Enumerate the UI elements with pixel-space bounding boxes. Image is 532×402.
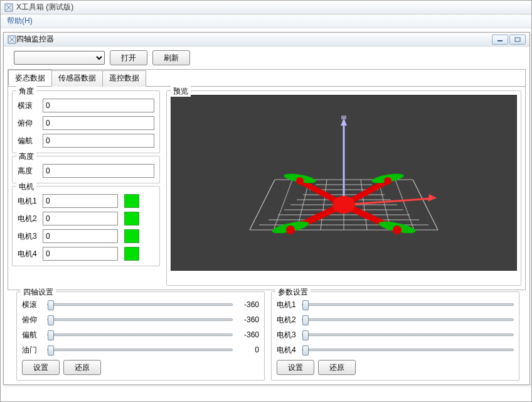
- quadcopter-3d-icon: [181, 98, 507, 268]
- svg-point-42: [296, 177, 304, 185]
- param-m3-label: 电机3: [277, 330, 298, 340]
- minimize-button[interactable]: [492, 35, 508, 45]
- altitude-input[interactable]: [43, 164, 154, 178]
- tab-attitude[interactable]: 姿态数据: [8, 70, 52, 86]
- altitude-label: 高度: [18, 166, 39, 177]
- param-m4-label: 电机4: [277, 345, 298, 356]
- maximize-button[interactable]: [509, 35, 526, 45]
- altitude-group: 高度 高度: [12, 156, 160, 183]
- inner-app-icon: [8, 35, 16, 44]
- svg-point-43: [384, 177, 391, 185]
- svg-point-41: [393, 225, 402, 234]
- motor1-input[interactable]: [43, 194, 118, 208]
- preview-canvas[interactable]: [171, 95, 517, 271]
- yaw-input[interactable]: [43, 134, 154, 148]
- quad-roll-value: -360: [237, 300, 259, 309]
- tab-sensor[interactable]: 传感器数据: [51, 70, 103, 87]
- altitude-legend: 高度: [16, 151, 36, 162]
- menu-help[interactable]: 帮助(H): [4, 14, 35, 28]
- param-m2-label: 电机2: [277, 315, 298, 325]
- param-m3-slider[interactable]: [302, 334, 514, 336]
- svg-line-25: [413, 180, 438, 230]
- quad-pitch-label: 俯仰: [22, 315, 43, 325]
- pitch-input[interactable]: [43, 116, 154, 130]
- motor2-status: [124, 212, 139, 225]
- roll-label: 横滚: [18, 100, 39, 111]
- param-m1-label: 电机1: [277, 300, 298, 310]
- bottom-panels: 四轴设置 横滚-360 俯仰-360 偏航-360 油门0 设置 还原 参数设置…: [8, 290, 526, 384]
- motor3-status: [124, 229, 139, 243]
- svg-rect-30: [341, 116, 346, 119]
- svg-marker-29: [428, 194, 437, 202]
- refresh-button[interactable]: 刷新: [152, 50, 190, 65]
- param-m4-slider[interactable]: [302, 349, 514, 351]
- quad-reset-button[interactable]: 还原: [63, 360, 101, 375]
- motor4-label: 电机4: [18, 249, 39, 259]
- toolbar: 打开 刷新: [8, 50, 526, 69]
- roll-input[interactable]: [43, 99, 154, 112]
- motor1-label: 电机1: [18, 196, 39, 207]
- quad-yaw-label: 偏航: [22, 330, 43, 340]
- angle-legend: 角度: [16, 86, 36, 97]
- inner-window: 四轴监控器 打开 刷新 姿态数据 传感器数据 遥控数据: [3, 32, 530, 385]
- quad-throttle-slider[interactable]: [47, 349, 233, 351]
- motor2-label: 电机2: [18, 214, 39, 224]
- inner-body: 打开 刷新 姿态数据 传感器数据 遥控数据 角度 横滚: [4, 46, 529, 384]
- param-setting-group: 参数设置 电机1 电机2 电机3 电机4 设置 还原: [271, 291, 519, 381]
- tab-rc[interactable]: 遥控数据: [102, 70, 146, 87]
- outer-title: X工具箱 (测试版): [16, 2, 73, 13]
- inner-titlebar[interactable]: 四轴监控器: [4, 33, 529, 46]
- yaw-label: 偏航: [18, 136, 39, 146]
- open-button[interactable]: 打开: [110, 50, 147, 65]
- tab-container: 姿态数据 传感器数据 遥控数据 角度 横滚 俯仰 偏航: [8, 69, 526, 290]
- quad-throttle-value: 0: [237, 345, 259, 354]
- param-setting-legend: 参数设置: [275, 287, 311, 298]
- quad-set-button[interactable]: 设置: [22, 360, 60, 375]
- quad-pitch-slider[interactable]: [47, 318, 233, 321]
- motor2-input[interactable]: [43, 212, 118, 225]
- preview-legend: 预览: [171, 86, 191, 97]
- app-icon: [4, 3, 13, 12]
- motor3-input[interactable]: [43, 229, 118, 243]
- quad-pitch-value: -360: [237, 315, 259, 324]
- param-set-button[interactable]: 设置: [277, 360, 314, 375]
- svg-line-17: [250, 180, 275, 230]
- svg-rect-7: [515, 38, 520, 41]
- port-combo[interactable]: [14, 51, 105, 65]
- tab-panel-attitude: 角度 横滚 俯仰 偏航 高度 高度 电机 电机1: [8, 86, 525, 290]
- param-m1-slider[interactable]: [302, 303, 514, 306]
- quad-yaw-slider[interactable]: [47, 334, 233, 336]
- motor1-status: [124, 194, 139, 208]
- param-m2-slider[interactable]: [302, 318, 514, 321]
- motor4-input[interactable]: [43, 247, 118, 261]
- quad-yaw-value: -360: [237, 330, 259, 339]
- motor-legend: 电机: [16, 182, 36, 192]
- motor-group: 电机 电机1 电机2 电机3 电机4: [12, 186, 160, 266]
- motor3-label: 电机3: [18, 231, 39, 242]
- left-column: 角度 横滚 俯仰 偏航 高度 高度 电机 电机1: [12, 90, 160, 286]
- outer-titlebar[interactable]: X工具箱 (测试版): [1, 1, 531, 14]
- pitch-label: 俯仰: [18, 118, 39, 129]
- tab-strip: 姿态数据 传感器数据 遥控数据: [8, 70, 525, 86]
- quad-setting-legend: 四轴设置: [21, 287, 56, 298]
- svg-line-24: [395, 180, 414, 230]
- quad-setting-group: 四轴设置 横滚-360 俯仰-360 偏航-360 油门0 设置 还原: [16, 291, 265, 381]
- svg-line-18: [274, 180, 292, 230]
- quad-throttle-label: 油门: [22, 345, 43, 356]
- motor4-status: [124, 247, 139, 261]
- preview-group: 预览: [166, 90, 521, 286]
- menubar: 帮助(H): [1, 14, 531, 28]
- svg-point-35: [332, 196, 355, 214]
- outer-window: X工具箱 (测试版) 帮助(H) 四轴监控器 打开 刷新: [0, 0, 532, 402]
- angle-group: 角度 横滚 俯仰 偏航: [12, 90, 160, 153]
- outer-client: 四轴监控器 打开 刷新 姿态数据 传感器数据 遥控数据: [1, 28, 531, 401]
- svg-point-40: [286, 225, 295, 234]
- quad-roll-label: 横滚: [22, 300, 43, 310]
- inner-title: 四轴监控器: [16, 34, 54, 45]
- param-reset-button[interactable]: 还原: [318, 360, 356, 375]
- quad-roll-slider[interactable]: [47, 303, 233, 306]
